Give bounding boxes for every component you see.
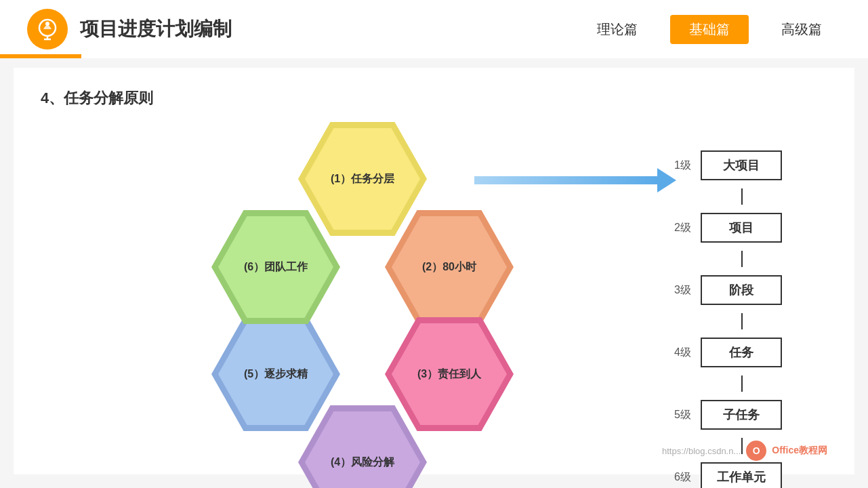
arrow-line [474,176,657,184]
level-3-label: 3级 [664,283,691,298]
watermark-url: https://blog.csdn.n... [662,446,741,456]
level-row-2: 2级 项目 [664,205,782,251]
level-row-4: 4级 任务 [664,329,782,375]
level-row-1: 1级 大项目 [664,142,782,188]
level-6-box: 工作单元 [701,462,782,488]
level-row-5: 5级 子任务 [664,392,782,438]
level-4-label: 4级 [664,346,691,360]
level-row-3: 3级 阶段 [664,267,782,313]
nav-theory[interactable]: 理论篇 [578,15,657,44]
connector-4-5 [741,375,743,392]
arrow-area [474,168,676,192]
level-5-label: 5级 [664,408,691,422]
level-2-label: 2级 [664,221,691,235]
nav-basics[interactable]: 基础篇 [670,15,749,44]
level-1-box: 大项目 [701,150,782,180]
level-2-box: 项目 [701,213,782,243]
level-5-box: 子任务 [701,400,782,430]
hexagon-area: (1）任务分层 (2）80小时 (3）责任到人 (4）风险分解 [217,122,501,468]
level-6-label: 6级 [664,470,691,485]
connector-3-4 [741,313,743,329]
header: 项目进度计划编制 理论篇 基础篇 高级篇 [0,0,868,61]
watermark: https://blog.csdn.n... O Office教程网 [662,441,827,461]
header-nav: 理论篇 基础篇 高级篇 [578,15,841,44]
connector-1-2 [741,188,743,205]
levels-area: 1级 大项目 2级 项目 3级 阶段 4级 任务 5级 子任务 6级 [664,142,782,488]
nav-advanced[interactable]: 高级篇 [762,15,841,44]
main-content: 4、任务分解原则 (1）任务分层 (2）80小时 (3）责任到人 [14,68,854,474]
connector-2-3 [741,251,743,267]
page-title: 项目进度计划编制 [80,16,578,42]
level-1-label: 1级 [664,159,691,173]
header-accent-bar [0,54,81,58]
level-3-box: 阶段 [701,275,782,305]
section-title: 4、任务分解原则 [41,88,827,108]
logo-icon [27,9,68,49]
level-4-box: 任务 [701,338,782,367]
watermark-logo-icon: O [746,441,766,461]
watermark-site: Office教程网 [772,445,827,457]
